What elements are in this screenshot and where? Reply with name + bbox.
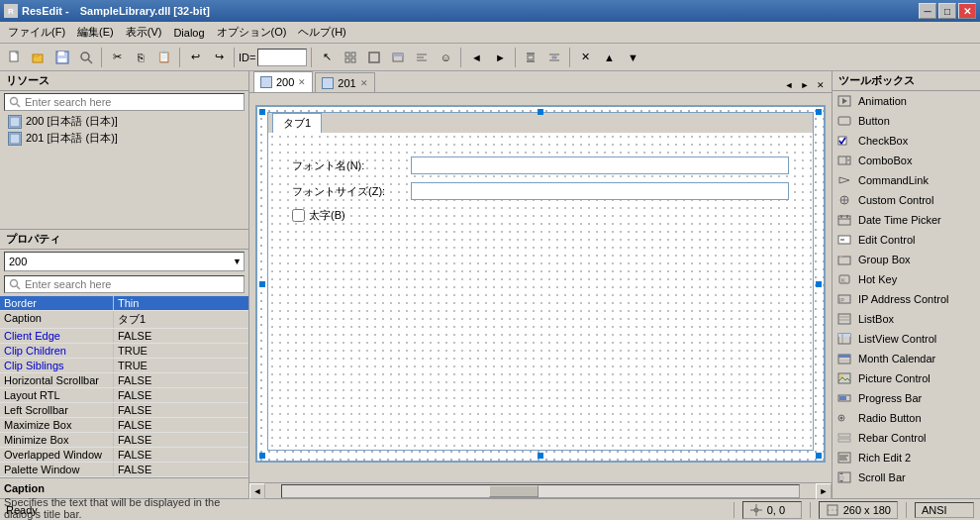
prop-row[interactable]: Horizontal ScrollbarFALSE xyxy=(0,373,248,388)
properties-search-box[interactable] xyxy=(4,275,245,293)
toolbox-item-rich-edit-2[interactable]: Rich Edit 2 xyxy=(833,448,980,468)
toolbox-item-listview-control[interactable]: ListView Control xyxy=(833,329,980,349)
menu-dialog[interactable]: Dialog xyxy=(167,25,210,41)
prop-row[interactable]: Layout RTLFALSE xyxy=(0,388,248,403)
toolbox-item-progress-bar[interactable]: Progress Bar xyxy=(833,388,980,408)
toolbar-find[interactable] xyxy=(75,47,97,68)
toolbar-grid[interactable] xyxy=(340,47,361,68)
toolbox-item-scroll-bar[interactable]: Scroll Bar xyxy=(833,468,980,487)
dialog-tab-tab1[interactable]: タブ1 xyxy=(272,113,322,133)
toolbar-align[interactable] xyxy=(411,47,433,68)
close-button[interactable]: ✕ xyxy=(958,3,976,19)
handle-br[interactable] xyxy=(816,453,822,459)
titlebar-left: R ResEdit - SampleLibrary.dll [32-bit] xyxy=(4,4,210,18)
toolbar-left[interactable]: ◄ xyxy=(465,47,487,68)
toolbox-item-group-box[interactable]: xyzGroup Box xyxy=(833,250,980,269)
prop-name: Minimize Box xyxy=(0,433,114,447)
prop-row[interactable]: Palette WindowFALSE xyxy=(0,463,248,477)
toolbar-smiley[interactable]: ☺ xyxy=(435,47,456,68)
toolbar-delete[interactable]: ✕ xyxy=(574,47,596,68)
maximize-button[interactable]: □ xyxy=(938,3,956,19)
toolbar-undo[interactable]: ↩ xyxy=(184,47,206,68)
menu-view[interactable]: 表示(V) xyxy=(120,23,168,42)
toolbar-copy[interactable]: ⎘ xyxy=(130,47,151,68)
resource-item-200[interactable]: 200 [日本語 (日本)] xyxy=(0,113,248,130)
toolbar-space[interactable] xyxy=(543,47,565,68)
toolbox-item-month-calendar[interactable]: Month Calendar xyxy=(833,349,980,368)
handle-bl[interactable] xyxy=(259,453,265,459)
toolbar-dialog[interactable] xyxy=(387,47,409,68)
prop-row[interactable]: Left ScrollbarFALSE xyxy=(0,403,248,418)
properties-select-wrapper[interactable]: 200 ▼ xyxy=(4,252,245,271)
tab-close-all-button[interactable]: ✕ xyxy=(814,78,828,92)
handle-tl[interactable] xyxy=(259,109,265,115)
prop-row[interactable]: Minimize BoxFALSE xyxy=(0,433,248,448)
tab-close-201[interactable]: ✕ xyxy=(360,78,368,88)
hscroll-track[interactable] xyxy=(281,484,800,498)
menu-options[interactable]: オプション(O) xyxy=(211,23,293,42)
resources-search-box[interactable] xyxy=(4,93,245,111)
prop-row[interactable]: Clip SiblingsTRUE xyxy=(0,359,248,373)
prop-row[interactable]: Overlapped WindowFALSE xyxy=(0,448,248,463)
toolbox-item-edit-control[interactable]: Edit Control xyxy=(833,230,980,250)
prop-row[interactable]: Client EdgeFALSE xyxy=(0,329,248,344)
handle-mr[interactable] xyxy=(816,281,822,287)
resource-item-201[interactable]: 201 [日本語 (日本)] xyxy=(0,130,248,147)
toolbar-redo[interactable]: ↪ xyxy=(208,47,230,68)
toolbox-item-date-time-picker[interactable]: Date Time Picker xyxy=(833,210,980,230)
menu-help[interactable]: ヘルプ(H) xyxy=(292,23,351,42)
toolbar-align2[interactable] xyxy=(520,47,541,68)
toolbar-down2[interactable]: ▼ xyxy=(622,47,643,68)
prop-row[interactable]: BorderThin xyxy=(0,296,248,311)
handle-tc[interactable] xyxy=(538,109,543,115)
toolbox-item-radio-button[interactable]: Radio Button xyxy=(833,408,980,428)
svg-line-29 xyxy=(17,286,20,289)
tab-prev-button[interactable]: ◄ xyxy=(782,78,796,92)
hscroll-right-button[interactable]: ► xyxy=(816,483,832,499)
form-checkbox-bold[interactable] xyxy=(292,209,305,222)
toolbox-item-custom-control[interactable]: Custom Control xyxy=(833,190,980,210)
toolbar-save[interactable] xyxy=(51,47,73,68)
toolbox-item-checkbox[interactable]: CheckBox xyxy=(833,131,980,151)
toolbar-arrow[interactable]: ↖ xyxy=(316,47,338,68)
menu-file[interactable]: ファイル(F) xyxy=(2,23,71,42)
hscroll-left-button[interactable]: ◄ xyxy=(249,483,265,499)
form-input-fontsize[interactable] xyxy=(411,182,789,200)
toolbar-new[interactable] xyxy=(4,47,26,68)
resources-search-input[interactable] xyxy=(25,96,240,108)
toolbar-open[interactable] xyxy=(28,47,49,68)
toolbar-id-input[interactable] xyxy=(257,49,307,66)
toolbox-item-button[interactable]: Button xyxy=(833,111,980,131)
toolbar-rect[interactable] xyxy=(363,47,385,68)
handle-bc[interactable] xyxy=(538,453,543,459)
toolbar-right2[interactable]: ► xyxy=(489,47,511,68)
toolbox-item-picture-control[interactable]: Picture Control xyxy=(833,368,980,388)
toolbox-item-ip-address-control[interactable]: IPIP Address Control xyxy=(833,289,980,309)
toolbox-item-hot-key[interactable]: KHot Key xyxy=(833,269,980,289)
editor-tab-200[interactable]: 200 ✕ xyxy=(253,71,313,92)
toolbox-item-animation[interactable]: Animation xyxy=(833,91,980,111)
handle-ml[interactable] xyxy=(259,281,265,287)
hscroll-thumb[interactable] xyxy=(489,485,539,497)
toolbox-item-commandlink[interactable]: CommandLink xyxy=(833,170,980,190)
toolbox-item-combobox[interactable]: ComboBox xyxy=(833,151,980,170)
menu-edit[interactable]: 編集(E) xyxy=(71,23,120,42)
properties-search-input[interactable] xyxy=(25,278,240,290)
editor-tab-201[interactable]: 201 ✕ xyxy=(315,72,374,92)
toolbox-item-listbox[interactable]: ListBox xyxy=(833,309,980,329)
prop-name: Clip Siblings xyxy=(0,359,114,372)
svg-rect-58 xyxy=(838,334,850,337)
handle-tr[interactable] xyxy=(816,109,822,115)
form-input-fontname[interactable] xyxy=(411,156,789,174)
toolbar-paste[interactable]: 📋 xyxy=(153,47,175,68)
properties-dropdown-icon[interactable]: ▼ xyxy=(233,257,242,266)
minimize-button[interactable]: ─ xyxy=(919,3,936,19)
prop-row[interactable]: Captionタブ1 xyxy=(0,311,248,329)
toolbox-item-rebar-control[interactable]: Rebar Control xyxy=(833,428,980,448)
toolbar-cut[interactable]: ✂ xyxy=(106,47,128,68)
toolbar-up[interactable]: ▲ xyxy=(598,47,620,68)
tab-next-button[interactable]: ► xyxy=(798,78,812,92)
prop-row[interactable]: Maximize BoxFALSE xyxy=(0,418,248,433)
tab-close-200[interactable]: ✕ xyxy=(298,77,306,87)
prop-row[interactable]: Clip ChildrenTRUE xyxy=(0,344,248,359)
